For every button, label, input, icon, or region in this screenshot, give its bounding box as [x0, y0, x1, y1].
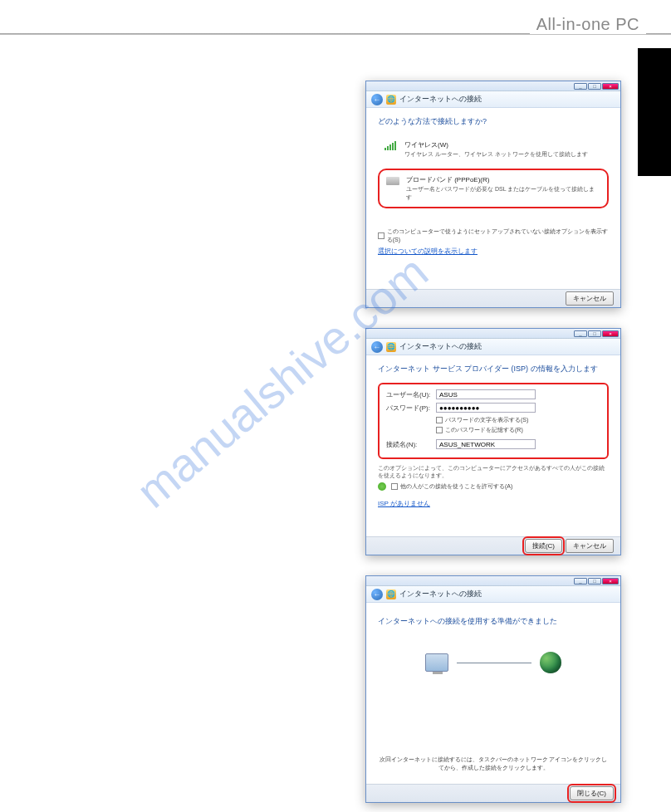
show-password-row[interactable]: パスワードの文字を表示する(S) [436, 416, 600, 424]
dialog-content: インターネット サービス プロバイダー (ISP) の情報を入力します ユーザー… [366, 355, 620, 536]
password-input[interactable] [436, 403, 536, 413]
back-button[interactable]: ← [371, 341, 383, 353]
checkbox-icon[interactable] [436, 427, 443, 433]
network-icon: 🌐 [386, 589, 396, 599]
instruction-text: 次回インターネットに接続するには、タスクバーのネットワーク アイコンをクリックし… [378, 756, 609, 772]
allow-others-label: 他の人がこの接続を使うことを許可する(A) [400, 482, 512, 491]
option-desc: ワイヤレス ルーター、ワイヤレス ネットワークを使用して接続します [404, 150, 588, 159]
cancel-button[interactable]: キャンセル [566, 291, 614, 306]
brand-label: All-in-one PC [530, 15, 646, 34]
isp-form: ユーザー名(U): パスワード(P): パスワードの文字を表示する(S) このパ… [378, 383, 609, 459]
people-icon [378, 482, 386, 491]
network-icon: 🌐 [386, 95, 396, 105]
dialog-title: インターネットへの接続 [399, 341, 482, 352]
wifi-icon [384, 140, 398, 150]
connection-line-icon [457, 663, 531, 663]
show-all-label: このコンピューターで使うようにセットアップされていない接続オプションを表示する(… [387, 227, 609, 244]
close-button[interactable]: × [602, 83, 619, 90]
window-controls: _ □ × [366, 329, 620, 339]
connect-dialog-method: _ □ × ← 🌐 インターネットへの接続 どのような方法で接続しますか? ワイ… [365, 81, 621, 308]
close-dialog-button[interactable]: 閉じる(C) [570, 786, 614, 800]
connect-dialog-isp: _ □ × ← 🌐 インターネットへの接続 インターネット サービス プロバイダ… [365, 328, 621, 555]
connection-name-input[interactable] [436, 439, 536, 449]
dialog-header: ← 🌐 インターネットへの接続 [366, 339, 620, 355]
modem-icon [386, 177, 399, 185]
connect-button[interactable]: 接続(C) [525, 539, 562, 553]
option-title: ブロードバンド (PPPoE)(R) [406, 175, 600, 184]
cancel-button[interactable]: キャンセル [566, 539, 614, 553]
remember-password-label: このパスワードを記憶する(R) [445, 426, 523, 434]
dialog-footer: 閉じる(C) [366, 784, 620, 802]
show-all-row[interactable]: このコンピューターで使うようにセットアップされていない接続オプションを表示する(… [378, 227, 609, 244]
connect-dialog-ready: _ □ × ← 🌐 インターネットへの接続 インターネットへの接続を使用する準備… [365, 575, 621, 803]
allow-others-row[interactable]: 他の人がこの接続を使うことを許可する(A) [378, 482, 609, 491]
option-wireless[interactable]: ワイヤレス(W) ワイヤレス ルーター、ワイヤレス ネットワークを使用して接続し… [378, 135, 609, 164]
option-desc: ユーザー名とパスワードが必要な DSL またはケーブルを使って接続します [406, 185, 600, 202]
share-note: このオプションによって、このコンピューターにアクセスがあるすべての人がこの接続を… [378, 464, 609, 479]
ready-message: インターネットへの接続を使用する準備ができました [378, 616, 609, 627]
side-tab [638, 48, 671, 176]
show-password-label: パスワードの文字を表示する(S) [445, 416, 528, 424]
prompt-text: インターネット サービス プロバイダー (ISP) の情報を入力します [378, 364, 609, 374]
checkbox-icon[interactable] [378, 232, 384, 239]
dialog-footer: キャンセル [366, 289, 620, 307]
prompt-text: どのような方法で接続しますか? [378, 116, 609, 127]
dialog-header: ← 🌐 インターネットへの接続 [366, 91, 620, 108]
network-icon: 🌐 [386, 342, 396, 352]
minimize-button[interactable]: _ [574, 83, 587, 90]
connection-graphic [378, 652, 609, 673]
maximize-button[interactable]: □ [588, 578, 601, 585]
username-input[interactable] [436, 389, 536, 399]
dialog-content: インターネットへの接続を使用する準備ができました 次回インターネットに接続するに… [366, 603, 620, 784]
maximize-button[interactable]: □ [588, 83, 601, 90]
monitor-icon [425, 653, 448, 672]
dialog-title: インターネットへの接続 [399, 94, 482, 105]
dialog-header: ← 🌐 インターネットへの接続 [366, 586, 620, 603]
dialog-footer: 接続(C) キャンセル [366, 536, 620, 555]
option-broadband[interactable]: ブロードバンド (PPPoE)(R) ユーザー名とパスワードが必要な DSL ま… [378, 169, 609, 208]
password-label: パスワード(P): [386, 404, 431, 413]
checkbox-icon[interactable] [391, 483, 398, 490]
connection-name-label: 接続名(N): [386, 440, 431, 449]
back-button[interactable]: ← [371, 589, 383, 600]
checkbox-icon[interactable] [436, 417, 443, 423]
no-isp-link[interactable]: ISP がありません [378, 500, 430, 507]
globe-icon [540, 652, 561, 673]
option-title: ワイヤレス(W) [404, 140, 588, 149]
window-controls: _ □ × [366, 576, 620, 586]
maximize-button[interactable]: □ [588, 330, 601, 337]
back-button[interactable]: ← [371, 94, 383, 105]
close-button[interactable]: × [602, 578, 619, 585]
window-controls: _ □ × [366, 81, 620, 91]
dialog-title: インターネットへの接続 [399, 589, 482, 599]
dialog-content: どのような方法で接続しますか? ワイヤレス(W) ワイヤレス ルーター、ワイヤレ… [366, 108, 620, 289]
remember-password-row[interactable]: このパスワードを記憶する(R) [436, 426, 600, 434]
username-label: ユーザー名(U): [386, 390, 431, 399]
close-button[interactable]: × [602, 330, 619, 337]
help-link[interactable]: 選択についての説明を表示します [378, 247, 478, 255]
minimize-button[interactable]: _ [574, 330, 587, 337]
minimize-button[interactable]: _ [574, 578, 587, 585]
